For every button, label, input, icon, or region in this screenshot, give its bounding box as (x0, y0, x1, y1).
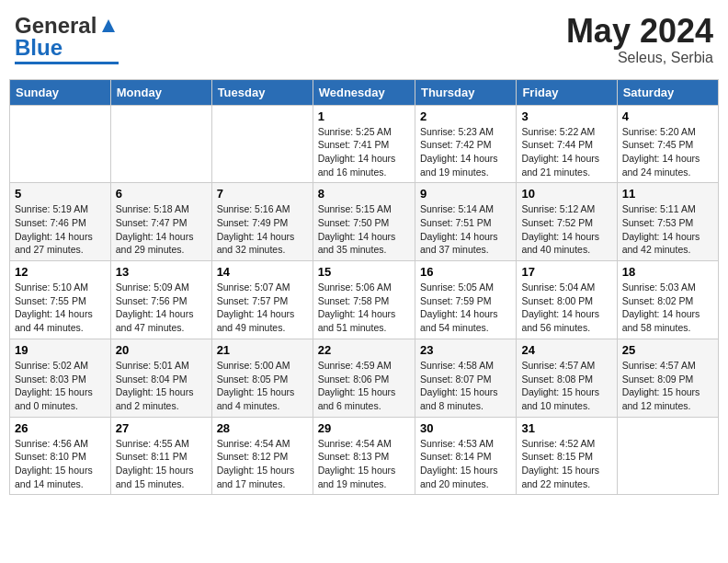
day-number: 31 (521, 421, 611, 435)
calendar-cell: 30Sunrise: 4:53 AM Sunset: 8:14 PM Dayli… (415, 417, 516, 495)
calendar-cell: 25Sunrise: 4:57 AM Sunset: 8:09 PM Dayli… (617, 339, 718, 417)
day-number: 13 (116, 265, 207, 279)
day-number: 29 (318, 421, 410, 435)
day-number: 5 (15, 187, 106, 201)
cell-info: Sunrise: 5:22 AM Sunset: 7:44 PM Dayligh… (521, 125, 611, 179)
logo-icon (98, 16, 119, 36)
logo-blue: Blue (15, 35, 63, 61)
col-header-sunday: Sunday (10, 79, 111, 105)
day-number: 12 (15, 265, 106, 279)
calendar-cell: 10Sunrise: 5:12 AM Sunset: 7:52 PM Dayli… (517, 183, 617, 261)
calendar-cell: 15Sunrise: 5:06 AM Sunset: 7:58 PM Dayli… (313, 261, 415, 339)
logo-underline (15, 62, 119, 64)
calendar-cell: 14Sunrise: 5:07 AM Sunset: 7:57 PM Dayli… (211, 261, 313, 339)
calendar-cell: 29Sunrise: 4:54 AM Sunset: 8:13 PM Dayli… (313, 417, 415, 495)
day-number: 8 (318, 187, 410, 201)
calendar-cell: 24Sunrise: 4:57 AM Sunset: 8:08 PM Dayli… (517, 339, 617, 417)
cell-info: Sunrise: 4:58 AM Sunset: 8:07 PM Dayligh… (420, 359, 511, 413)
cell-info: Sunrise: 5:06 AM Sunset: 7:58 PM Dayligh… (318, 281, 410, 335)
cell-info: Sunrise: 4:56 AM Sunset: 8:10 PM Dayligh… (15, 437, 106, 491)
cell-info: Sunrise: 5:23 AM Sunset: 7:42 PM Dayligh… (420, 125, 511, 179)
calendar-cell: 8Sunrise: 5:15 AM Sunset: 7:50 PM Daylig… (313, 183, 415, 261)
cell-info: Sunrise: 4:52 AM Sunset: 8:15 PM Dayligh… (521, 437, 611, 491)
calendar-cell: 18Sunrise: 5:03 AM Sunset: 8:02 PM Dayli… (617, 261, 718, 339)
cell-info: Sunrise: 4:53 AM Sunset: 8:14 PM Dayligh… (420, 437, 511, 491)
cell-info: Sunrise: 4:55 AM Sunset: 8:11 PM Dayligh… (116, 437, 207, 491)
cell-info: Sunrise: 5:19 AM Sunset: 7:46 PM Dayligh… (15, 202, 106, 257)
calendar-cell: 22Sunrise: 4:59 AM Sunset: 8:06 PM Dayli… (313, 339, 415, 417)
svg-marker-0 (102, 19, 115, 32)
cell-info: Sunrise: 5:01 AM Sunset: 8:04 PM Dayligh… (116, 359, 207, 413)
calendar-cell (617, 417, 718, 495)
cell-info: Sunrise: 5:20 AM Sunset: 7:45 PM Dayligh… (622, 125, 713, 179)
calendar-week-row: 19Sunrise: 5:02 AM Sunset: 8:03 PM Dayli… (10, 339, 719, 417)
cell-info: Sunrise: 5:09 AM Sunset: 7:56 PM Dayligh… (116, 281, 207, 335)
cell-info: Sunrise: 5:04 AM Sunset: 8:00 PM Dayligh… (521, 281, 611, 335)
calendar-cell: 11Sunrise: 5:11 AM Sunset: 7:53 PM Dayli… (617, 183, 718, 261)
day-number: 19 (15, 343, 106, 357)
calendar-cell: 26Sunrise: 4:56 AM Sunset: 8:10 PM Dayli… (10, 417, 111, 495)
calendar-cell: 23Sunrise: 4:58 AM Sunset: 8:07 PM Dayli… (415, 339, 516, 417)
day-number: 16 (420, 265, 511, 279)
calendar-cell: 16Sunrise: 5:05 AM Sunset: 7:59 PM Dayli… (415, 261, 516, 339)
day-number: 22 (318, 343, 410, 357)
location: Seleus, Serbia (566, 50, 713, 66)
cell-info: Sunrise: 5:10 AM Sunset: 7:55 PM Dayligh… (15, 281, 106, 335)
calendar-cell: 13Sunrise: 5:09 AM Sunset: 7:56 PM Dayli… (110, 261, 211, 339)
cell-info: Sunrise: 5:03 AM Sunset: 8:02 PM Dayligh… (622, 281, 713, 335)
calendar-cell: 17Sunrise: 5:04 AM Sunset: 8:00 PM Dayli… (517, 261, 617, 339)
cell-info: Sunrise: 5:05 AM Sunset: 7:59 PM Dayligh… (420, 281, 511, 335)
col-header-thursday: Thursday (415, 79, 516, 105)
cell-info: Sunrise: 5:12 AM Sunset: 7:52 PM Dayligh… (521, 202, 611, 257)
col-header-monday: Monday (110, 79, 211, 105)
calendar-week-row: 12Sunrise: 5:10 AM Sunset: 7:55 PM Dayli… (10, 261, 719, 339)
calendar-cell: 27Sunrise: 4:55 AM Sunset: 8:11 PM Dayli… (110, 417, 211, 495)
day-number: 11 (622, 187, 713, 201)
day-number: 3 (521, 109, 611, 123)
col-header-wednesday: Wednesday (313, 79, 415, 105)
calendar-cell: 1Sunrise: 5:25 AM Sunset: 7:41 PM Daylig… (313, 105, 415, 183)
cell-info: Sunrise: 4:54 AM Sunset: 8:12 PM Dayligh… (217, 437, 308, 491)
calendar-cell (10, 105, 111, 183)
calendar-cell: 3Sunrise: 5:22 AM Sunset: 7:44 PM Daylig… (517, 105, 617, 183)
day-number: 17 (521, 265, 611, 279)
title-block: May 2024 Seleus, Serbia (566, 13, 713, 66)
month-year: May 2024 (566, 13, 713, 50)
col-header-tuesday: Tuesday (211, 79, 313, 105)
day-number: 6 (116, 187, 207, 201)
day-number: 14 (217, 265, 308, 279)
day-number: 26 (15, 421, 106, 435)
day-number: 2 (420, 109, 511, 123)
cell-info: Sunrise: 5:11 AM Sunset: 7:53 PM Dayligh… (622, 202, 713, 257)
calendar-cell: 21Sunrise: 5:00 AM Sunset: 8:05 PM Dayli… (211, 339, 313, 417)
calendar-week-row: 1Sunrise: 5:25 AM Sunset: 7:41 PM Daylig… (10, 105, 719, 183)
day-number: 10 (521, 187, 611, 201)
cell-info: Sunrise: 5:16 AM Sunset: 7:49 PM Dayligh… (217, 202, 308, 257)
day-number: 30 (420, 421, 511, 435)
calendar-cell: 20Sunrise: 5:01 AM Sunset: 8:04 PM Dayli… (110, 339, 211, 417)
day-number: 23 (420, 343, 511, 357)
day-number: 4 (622, 109, 713, 123)
day-number: 7 (217, 187, 308, 201)
day-number: 24 (521, 343, 611, 357)
cell-info: Sunrise: 4:57 AM Sunset: 8:09 PM Dayligh… (622, 359, 713, 413)
cell-info: Sunrise: 5:15 AM Sunset: 7:50 PM Dayligh… (318, 202, 410, 257)
calendar-cell: 19Sunrise: 5:02 AM Sunset: 8:03 PM Dayli… (10, 339, 111, 417)
calendar-week-row: 26Sunrise: 4:56 AM Sunset: 8:10 PM Dayli… (10, 417, 719, 495)
day-number: 27 (116, 421, 207, 435)
calendar-cell: 12Sunrise: 5:10 AM Sunset: 7:55 PM Dayli… (10, 261, 111, 339)
calendar-cell (211, 105, 313, 183)
logo: General Blue (15, 13, 119, 64)
calendar-cell: 5Sunrise: 5:19 AM Sunset: 7:46 PM Daylig… (10, 183, 111, 261)
page-header: General Blue May 2024 Seleus, Serbia (9, 9, 719, 70)
calendar-cell: 4Sunrise: 5:20 AM Sunset: 7:45 PM Daylig… (617, 105, 718, 183)
day-number: 1 (318, 109, 410, 123)
day-number: 25 (622, 343, 713, 357)
day-number: 15 (318, 265, 410, 279)
day-number: 9 (420, 187, 511, 201)
cell-info: Sunrise: 5:07 AM Sunset: 7:57 PM Dayligh… (217, 281, 308, 335)
calendar-header-row: SundayMondayTuesdayWednesdayThursdayFrid… (10, 79, 719, 105)
cell-info: Sunrise: 4:57 AM Sunset: 8:08 PM Dayligh… (521, 359, 611, 413)
day-number: 28 (217, 421, 308, 435)
col-header-saturday: Saturday (617, 79, 718, 105)
